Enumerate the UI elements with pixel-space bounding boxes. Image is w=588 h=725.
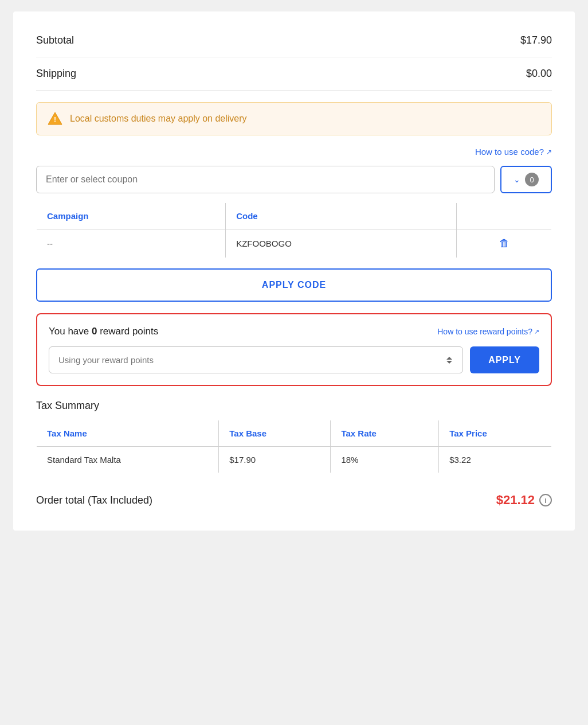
tax-base-cell: $17.90 <box>219 447 331 473</box>
tax-price-header: Tax Price <box>439 420 552 447</box>
external-link-icon: ↗ <box>534 328 539 336</box>
tax-summary-title: Tax Summary <box>36 400 552 412</box>
how-to-use-code-link[interactable]: How to use code? ↗ <box>475 147 552 157</box>
tax-rate-header: Tax Rate <box>331 420 439 447</box>
reward-points-section: You have 0 reward points How to use rewa… <box>36 313 552 386</box>
reward-points-spinner[interactable] <box>445 356 453 365</box>
subtotal-label: Subtotal <box>36 34 74 46</box>
order-total-info-icon[interactable]: i <box>539 494 552 506</box>
order-total-label: Order total (Tax Included) <box>36 494 152 506</box>
coupon-input[interactable] <box>36 166 495 193</box>
tax-table: Tax Name Tax Base Tax Rate Tax Price Sta… <box>36 420 552 473</box>
subtotal-row: Subtotal $17.90 <box>36 29 552 57</box>
shipping-label: Shipping <box>36 68 76 80</box>
tax-name-header: Tax Name <box>37 420 219 447</box>
customs-warning-banner: ! Local customs duties may apply on deli… <box>36 102 552 135</box>
how-to-use-reward-link[interactable]: How to use reward points? ↗ <box>437 327 539 336</box>
spinner-down-icon[interactable] <box>446 361 452 364</box>
tax-name-cell: Standard Tax Malta <box>37 447 219 473</box>
how-to-use-code-link-container: How to use code? ↗ <box>36 147 552 157</box>
coupon-campaign-cell: -- <box>37 229 226 258</box>
coupon-dropdown-button[interactable]: ⌄ 0 <box>500 166 552 193</box>
customs-warning-text: Local customs duties may apply on delive… <box>70 114 247 124</box>
shipping-row: Shipping $0.00 <box>36 57 552 91</box>
tax-price-cell: $3.22 <box>439 447 552 473</box>
coupon-code-header: Code <box>226 203 457 229</box>
warning-icon: ! <box>47 111 63 127</box>
apply-code-button[interactable]: APPLY CODE <box>36 268 552 302</box>
tax-rate-cell: 18% <box>331 447 439 473</box>
coupon-input-row: ⌄ 0 <box>36 166 552 193</box>
external-link-icon: ↗ <box>546 148 552 156</box>
spinner-up-icon[interactable] <box>446 357 452 360</box>
coupon-campaign-header: Campaign <box>37 203 226 229</box>
shipping-value: $0.00 <box>526 68 552 80</box>
order-total-row: Order total (Tax Included) $21.12 i <box>36 487 552 508</box>
reward-input-row: APPLY <box>49 346 539 373</box>
svg-text:!: ! <box>54 116 56 124</box>
order-total-amount: $21.12 <box>496 493 535 508</box>
coupon-count-badge: 0 <box>525 173 539 186</box>
reward-points-input[interactable] <box>58 355 445 365</box>
order-total-value-container: $21.12 i <box>496 493 552 508</box>
reward-input-wrapper <box>49 346 463 373</box>
coupon-action-header <box>457 203 552 229</box>
reward-points-text: You have 0 reward points <box>49 326 158 337</box>
coupon-delete-cell: 🗑 <box>457 229 552 258</box>
table-row: -- KZFOOBOGO 🗑 <box>37 229 552 258</box>
apply-reward-button[interactable]: APPLY <box>470 346 539 373</box>
delete-coupon-icon[interactable]: 🗑 <box>499 237 509 249</box>
chevron-down-icon: ⌄ <box>513 175 520 184</box>
reward-points-header: You have 0 reward points How to use rewa… <box>49 326 539 337</box>
subtotal-value: $17.90 <box>520 34 552 46</box>
coupon-table: Campaign Code -- KZFOOBOGO 🗑 <box>36 202 552 258</box>
tax-base-header: Tax Base <box>219 420 331 447</box>
table-row: Standard Tax Malta $17.90 18% $3.22 <box>37 447 552 473</box>
order-summary-container: Subtotal $17.90 Shipping $0.00 ! Local c… <box>13 11 575 531</box>
coupon-code-cell: KZFOOBOGO <box>226 229 457 258</box>
